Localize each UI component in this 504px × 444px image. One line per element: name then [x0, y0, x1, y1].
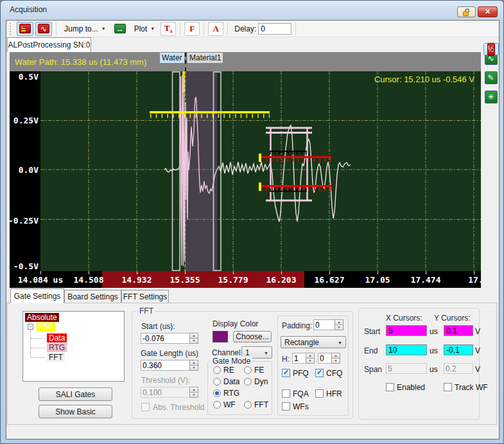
abs-threshold-label: Abs. Threshold [153, 403, 205, 412]
tree-node-rtg[interactable]: RTG [47, 343, 67, 352]
cfq-checkbox[interactable] [315, 369, 324, 377]
padding-spinner[interactable] [335, 319, 343, 330]
fqa-checkbox[interactable] [282, 389, 290, 398]
tab-label: ALPostProcessing SN:0 [8, 40, 90, 49]
titlebar[interactable]: Acquisition ✕ [1, 1, 504, 20]
start-input[interactable] [141, 333, 190, 344]
tree-node-fsf[interactable]: FSF [37, 323, 55, 332]
x-span-input[interactable] [386, 363, 427, 374]
tab-label: Board Settings [67, 292, 118, 301]
tab-gate-settings[interactable]: Gate Settings [10, 289, 64, 303]
x-tick-label: 17.474 [411, 275, 441, 285]
water-region-label[interactable]: Water [160, 53, 184, 63]
plot-dropdown[interactable]: Plot ▼ [130, 22, 159, 36]
tree-node-data[interactable]: Data [47, 333, 67, 342]
track-wf-checkbox[interactable] [444, 383, 452, 391]
draw-tool-button[interactable]: ✎ [483, 70, 499, 85]
h2-spinner[interactable] [331, 353, 340, 364]
waveform-display-button[interactable]: ∿ [35, 22, 52, 36]
sali-gates-button[interactable]: SALI Gates [39, 387, 112, 401]
x-tick-label: 17.05 [365, 275, 390, 285]
interface-cursor-line[interactable] [185, 53, 186, 71]
burst-icon: ✳ [485, 91, 498, 103]
y-tick-label: 0.5V [19, 72, 39, 82]
x-tick-label: 15.779 [218, 275, 248, 285]
tree-expand-icon[interactable]: - [28, 324, 33, 330]
pink-echo-box[interactable] [266, 127, 312, 200]
fft-tool-button[interactable]: F [184, 22, 200, 36]
padding-input[interactable] [313, 319, 335, 330]
fit-width-button[interactable]: ↔ [112, 22, 128, 36]
material-region-label[interactable]: Material1 [187, 53, 223, 63]
y-end-input[interactable] [444, 344, 473, 355]
close-icon: ✕ [485, 8, 491, 16]
enabled-checkbox[interactable] [386, 383, 394, 391]
threshold-input[interactable] [141, 387, 190, 398]
ascan-display-button[interactable] [17, 22, 33, 36]
x-axis: 14.084 us 14.508 14.932 15.355 15.779 16… [10, 271, 481, 288]
radio-re[interactable] [213, 366, 221, 374]
tab-fft-settings[interactable]: FFT Settings [121, 290, 169, 303]
gate-length-input[interactable] [141, 360, 190, 371]
threshold-spinner[interactable] [189, 387, 198, 398]
gate-boundary-box-left[interactable] [173, 72, 180, 271]
h1-input[interactable] [292, 353, 306, 364]
lock-button[interactable] [457, 6, 476, 17]
show-basic-button[interactable]: Show Basic [39, 405, 112, 418]
padding-group: Padding: Rectangle H: PFQ CFQ FQA HFR [277, 315, 349, 416]
pfq-checkbox[interactable] [282, 369, 290, 377]
wfs-checkbox[interactable] [282, 402, 290, 411]
amplitude-tool-button[interactable]: A [208, 22, 223, 36]
delay-input[interactable] [258, 23, 291, 35]
radio-data[interactable] [213, 378, 221, 386]
tree-node-fft[interactable]: FFT [47, 353, 65, 362]
half-scale-button[interactable]: ½ [483, 43, 499, 55]
trace-tail [217, 125, 351, 222]
shape-select[interactable]: Rectangle [281, 336, 346, 348]
h-label: H: [282, 355, 290, 364]
start-label: Start (us): [141, 322, 175, 331]
end-row-label: End [364, 346, 378, 355]
radio-fe[interactable] [244, 366, 252, 374]
y-tick-label: 0.0V [19, 165, 39, 175]
y-span-input[interactable] [444, 363, 473, 374]
red-gates[interactable] [259, 154, 331, 191]
display-color-swatch[interactable] [213, 331, 228, 342]
choose-color-button[interactable]: Choose... [233, 331, 272, 342]
h2-input[interactable] [318, 353, 332, 364]
jump-to-dropdown[interactable]: Jump to... ▼ [60, 22, 110, 36]
start-spinner[interactable] [189, 333, 198, 344]
y-start-input[interactable] [444, 325, 473, 336]
start-row-label: Start [364, 327, 380, 336]
fft-group-legend: FFT [137, 306, 155, 315]
radio-wf[interactable] [213, 401, 221, 409]
x-start-input[interactable] [386, 325, 427, 336]
tree-node-absolute[interactable]: Absolute [25, 313, 59, 322]
fft-group: FFT Start (us): Gate Length (us) Thresho… [132, 311, 353, 419]
radio-rtg[interactable] [213, 389, 221, 397]
trace-lead [164, 168, 178, 172]
radio-dyn[interactable] [244, 378, 252, 386]
radio-fft[interactable] [244, 401, 252, 409]
toolbar-grip[interactable] [10, 23, 13, 35]
cursor-readout: Cursor: 15.210 us -0.546 V [374, 75, 474, 84]
burst-tool-button[interactable]: ✳ [483, 89, 499, 105]
x-end-input[interactable] [386, 344, 427, 355]
acquisition-window: Acquisition ✕ ∿ Jump to... ▼ ↔ Plot ▼ Ta [0, 0, 504, 444]
cursors-group: X Cursors: Y Cursors: Start us V End us … [358, 308, 480, 420]
jump-to-label: Jump to... [64, 24, 98, 33]
display-color-label: Display Color [213, 319, 258, 328]
gate-settings-page: Absolute - FSF Data RTG FFT SALI Gates S… [7, 303, 497, 425]
waveform-plot[interactable]: Cursor: 15.210 us -0.546 V [40, 71, 481, 271]
hfr-checkbox[interactable] [315, 389, 324, 398]
abs-threshold-checkbox[interactable] [141, 403, 150, 411]
gate-length-spinner[interactable] [189, 360, 198, 371]
tab-label: FFT Settings [123, 292, 167, 301]
h1-spinner[interactable] [306, 353, 315, 364]
close-button[interactable]: ✕ [478, 6, 498, 17]
text-annotation-button[interactable]: Ta [161, 22, 176, 36]
yellow-gate[interactable] [150, 111, 270, 114]
tab-alpostprocessing[interactable]: ALPostProcessing SN:0 [7, 37, 91, 52]
x-tick-label: 14.084 us [18, 275, 63, 285]
tab-board-settings[interactable]: Board Settings [64, 290, 121, 303]
